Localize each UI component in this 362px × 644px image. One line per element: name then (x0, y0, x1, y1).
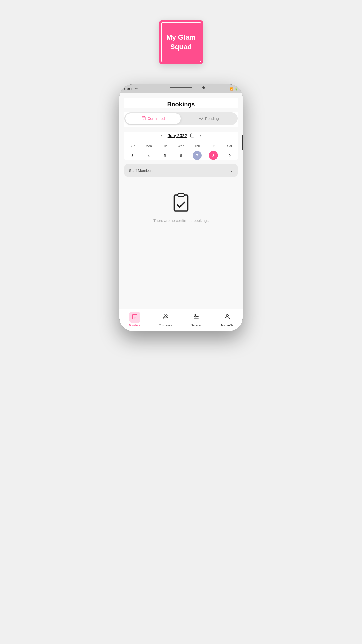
customers-nav-icon (162, 313, 169, 321)
wifi-icon: 📶 (230, 87, 234, 91)
tabs-container: Confirmed ≡✗ Pending (124, 112, 238, 127)
date-4[interactable]: 4 (141, 150, 157, 160)
date-7[interactable]: 7 (189, 150, 205, 160)
calendar-days-header: Sun Mon Tue Wed Thu Fri Sat (124, 143, 238, 149)
app-content: Bookings Confirmed (119, 93, 243, 309)
staff-dropdown-label: Staff Members (129, 168, 153, 173)
date-9[interactable]: 9 (221, 150, 238, 160)
svg-point-11 (195, 316, 196, 317)
svg-rect-0 (142, 117, 146, 120)
confirmed-tab-icon (141, 116, 146, 121)
customers-nav-label: Customers (159, 324, 172, 327)
day-tue: Tue (157, 143, 173, 149)
next-month-button[interactable]: › (197, 132, 204, 140)
logo-text: My GlamSquad (166, 33, 196, 51)
svg-rect-1 (191, 134, 194, 137)
pending-tab-label: Pending (205, 116, 219, 121)
day-thu: Thu (189, 143, 205, 149)
carrier-icon: P (131, 87, 133, 91)
svg-point-6 (166, 315, 167, 316)
services-nav-icon (193, 313, 200, 321)
phone-speaker (170, 87, 192, 88)
day-mon: Mon (141, 143, 157, 149)
tab-confirmed[interactable]: Confirmed (125, 113, 181, 124)
phone-side-button (242, 135, 243, 150)
nav-item-my-profile[interactable]: My profile (212, 312, 243, 327)
svg-point-12 (226, 314, 228, 317)
customers-nav-icon-wrap (160, 312, 171, 323)
dots-icon: ••• (135, 87, 138, 91)
prev-month-button[interactable]: ‹ (158, 132, 165, 140)
empty-state-message: There are no confirmed bookings (153, 218, 209, 223)
status-bar: 5:20 P ••• 📶 🔋 (119, 84, 243, 93)
day-fri: Fri (205, 143, 221, 149)
bookings-nav-label: Bookings (129, 324, 141, 327)
date-3[interactable]: 3 (124, 150, 141, 160)
my-profile-nav-icon (224, 313, 231, 321)
day-sun: Sun (124, 143, 141, 149)
calendar-month-year: July 2022 (168, 133, 187, 138)
svg-rect-4 (132, 315, 137, 319)
phone-camera (202, 86, 205, 89)
calendar-icon[interactable] (190, 133, 194, 139)
app-logo: My GlamSquad (159, 20, 203, 64)
chevron-down-icon: ⌄ (229, 168, 233, 173)
phone-screen: Bookings Confirmed (119, 93, 243, 331)
nav-item-bookings[interactable]: Bookings (119, 312, 150, 327)
svg-rect-3 (178, 193, 184, 197)
day-wed: Wed (173, 143, 189, 149)
empty-bookings-icon (170, 192, 192, 214)
time-display: 5:20 (124, 87, 130, 91)
calendar-dates: 3 4 5 6 7 8 9 (124, 150, 238, 160)
staff-members-dropdown[interactable]: Staff Members ⌄ (124, 164, 238, 177)
my-profile-nav-label: My profile (221, 324, 233, 327)
calendar-header: ‹ July 2022 › (124, 132, 238, 140)
confirmed-tab-label: Confirmed (147, 116, 165, 121)
my-profile-nav-icon-wrap (222, 312, 233, 323)
empty-state: There are no confirmed bookings (124, 182, 238, 233)
bookings-nav-icon (132, 314, 138, 321)
svg-rect-2 (174, 195, 188, 211)
status-right: 📶 🔋 (230, 87, 238, 91)
date-8[interactable]: 8 (205, 150, 221, 160)
day-sat: Sat (221, 143, 238, 149)
battery-icon: 🔋 (235, 87, 238, 91)
services-nav-label: Services (191, 324, 202, 327)
page-title: Bookings (124, 101, 238, 108)
pending-tab-icon: ≡✗ (199, 117, 204, 120)
date-6[interactable]: 6 (173, 150, 189, 160)
phone-frame: 5:20 P ••• 📶 🔋 Bookings (119, 84, 243, 331)
date-5[interactable]: 5 (157, 150, 173, 160)
bookings-nav-icon-wrap (129, 312, 140, 323)
bottom-nav: Bookings Customers (119, 309, 243, 331)
calendar: ‹ July 2022 › Sun Mon Tue Wed Thu (124, 132, 238, 160)
nav-item-services[interactable]: Services (181, 312, 212, 327)
nav-item-customers[interactable]: Customers (150, 312, 181, 327)
services-nav-icon-wrap (191, 312, 202, 323)
tab-pending[interactable]: ≡✗ Pending (181, 113, 237, 124)
status-left: 5:20 P ••• (124, 87, 138, 91)
svg-point-10 (195, 314, 196, 315)
